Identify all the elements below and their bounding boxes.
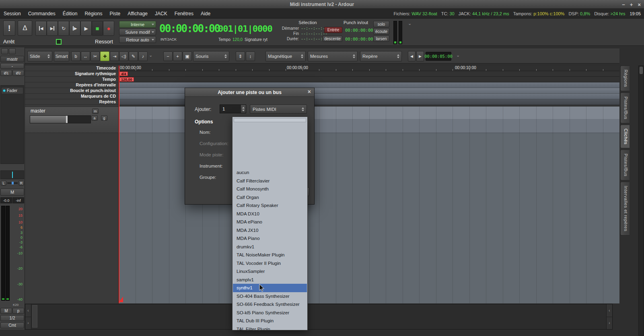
expand-tracks-button[interactable]: ⇕ <box>236 51 245 61</box>
record-button[interactable]: ● <box>103 21 114 36</box>
audition-tool-button[interactable]: ◁) <box>119 51 128 61</box>
right-tab[interactable]: Intervalles et repères <box>620 182 630 236</box>
dialog-close-icon[interactable]: × <box>308 88 311 95</box>
chevron-down-icon[interactable]: ⌄ <box>149 53 152 58</box>
processor-box[interactable]: Fader <box>0 85 24 164</box>
menu-item[interactable]: Piste <box>106 11 124 16</box>
stop-button[interactable]: ■ <box>92 21 103 36</box>
metronome-button[interactable]: Δ <box>18 20 32 36</box>
instrument-menu-item[interactable]: synthv1 <box>233 284 307 292</box>
signature-marker[interactable]: 4/4 <box>119 72 128 76</box>
instrument-menu-item[interactable]: LinuxSampler <box>233 267 307 276</box>
menu-item[interactable]: Édition <box>59 11 81 16</box>
zoom-out-button[interactable]: − <box>163 51 173 61</box>
instrument-menu-item[interactable]: Calf Monosynth <box>233 185 307 193</box>
instrument-menu-item[interactable]: SO-404 Bass Synthesizer <box>233 292 307 301</box>
spring-indicator[interactable] <box>56 39 62 45</box>
fader-processor[interactable]: Fader <box>2 88 23 94</box>
timecode-ruler[interactable]: 00:00:00:00 00:00:05:00 00:00:10:00 <box>119 66 619 71</box>
instrument-menu-item[interactable]: Calf Filterclavier <box>233 177 307 185</box>
comment-button[interactable]: Cmt <box>0 322 24 328</box>
instrument-menu-item[interactable]: MDA JX10 <box>233 226 307 235</box>
maximize-icon[interactable]: + <box>630 2 633 8</box>
master-track-header[interactable]: master m a g <box>25 107 119 133</box>
strip-peak-button[interactable]: p <box>12 308 24 314</box>
ruler-label[interactable]: Tempo <box>25 77 118 82</box>
zoom-focus-select[interactable]: Souris <box>193 51 229 61</box>
menu-item[interactable]: JACK <box>151 11 171 16</box>
peak-display[interactable]: -inf <box>12 197 24 203</box>
instrument-menu-item[interactable]: Calf Organ <box>233 193 307 202</box>
snap-mode-select[interactable]: Magnétique <box>265 51 306 61</box>
menu-item[interactable]: Aide <box>197 11 214 16</box>
play-button[interactable]: ▶ <box>80 21 92 36</box>
instrument-menu-item[interactable]: SO-666 Feedback Synthesizer <box>233 300 307 309</box>
note-edit-tool-button[interactable]: ♪ <box>138 51 148 61</box>
vertical-scrollbar[interactable] <box>638 66 644 336</box>
menu-item[interactable]: Commandes <box>25 11 59 16</box>
strip-group-button[interactable]: - <box>0 63 24 69</box>
auto-return-button[interactable]: Retour auto <box>119 36 156 43</box>
right-tab[interactable]: Pistes/Bus <box>620 92 630 123</box>
menu-item[interactable]: Régions <box>81 11 106 16</box>
signature-ruler[interactable]: 4/4 <box>119 71 619 77</box>
chevron-down-icon[interactable]: ⌄ <box>456 53 460 58</box>
monitor-button[interactable]: solo <box>373 21 389 27</box>
zoom-in-button[interactable]: + <box>173 51 182 61</box>
summary-scroll-left-button[interactable]: ‹ <box>25 304 31 317</box>
instrument-menu-item[interactable]: TAL NoiseMaker Plugin <box>233 251 307 259</box>
right-tab[interactable]: Pistes/Bus <box>620 150 630 180</box>
instrument-menu-item[interactable]: MDA ePiano <box>233 218 307 226</box>
zoom-tool-button[interactable]: ✚ <box>100 51 109 61</box>
instrument-menu-item[interactable]: drumkv1 <box>233 243 307 251</box>
channel-select-button[interactable]: 1/2 <box>0 315 24 321</box>
strip-mini-button-left[interactable] <box>1 48 8 54</box>
primary-clock[interactable]: 00:00:00:00 <box>159 20 216 37</box>
follow-edits-button[interactable]: Suivre modif <box>119 29 156 35</box>
track-count-spinner[interactable]: 1 <box>220 104 246 113</box>
loop-button[interactable]: ↻ <box>58 21 69 36</box>
right-tab[interactable]: Clichés <box>620 125 630 149</box>
ruler-label[interactable]: Repères <box>25 99 118 105</box>
instrument-menu-item[interactable]: TAL Dub III Plugin <box>233 317 307 325</box>
pan-slider[interactable] <box>7 182 18 184</box>
strip-name-button[interactable]: mastr <box>0 56 24 62</box>
strip-mute-button[interactable]: M <box>0 188 24 196</box>
instrument-menu-item[interactable]: MDA Piano <box>233 234 307 243</box>
phase-invert-2-button[interactable]: Ø2 <box>12 70 24 76</box>
menu-item[interactable]: Fenêtres <box>171 11 197 16</box>
summary-pane[interactable]: ‹ › ‹ › <box>25 304 613 330</box>
instrument-menu-item[interactable]: Calf Rotary Speaker <box>233 201 307 210</box>
ruler-label[interactable]: Timecode <box>25 66 118 71</box>
punch-in-clock[interactable]: 00:00:00:00 <box>345 28 373 33</box>
monitor-button[interactable]: larsen <box>373 35 389 42</box>
grid-unit-select[interactable]: Mesures <box>308 51 358 61</box>
edit-mode-select[interactable]: Slide <box>27 51 52 61</box>
summary-scroll-right-button[interactable]: › <box>607 317 612 330</box>
instrument-menu-item[interactable]: TAL Filter Plugin <box>233 325 307 331</box>
summary-view[interactable] <box>31 304 606 329</box>
minimize-icon[interactable]: − <box>622 2 625 8</box>
ruler-label[interactable]: Marqueurs de CD <box>25 94 118 99</box>
zoom-fit-button[interactable]: ▣ <box>183 51 192 61</box>
draw-tool-button[interactable]: ✎ <box>129 51 138 61</box>
menu-item[interactable]: Session <box>0 11 25 16</box>
track-g-button[interactable]: g <box>101 115 107 121</box>
play-range-button[interactable]: ▶ <box>69 21 80 36</box>
playhead[interactable] <box>119 66 119 303</box>
track-type-select[interactable]: Pistes MIDI <box>250 104 307 114</box>
pan-left-label[interactable]: L <box>1 180 6 186</box>
tempo-ruler[interactable]: 120,00 <box>119 77 619 82</box>
menu-item[interactable]: Affichage <box>124 11 151 16</box>
tempo-value[interactable]: 120,0 <box>232 37 243 42</box>
close-icon[interactable]: × <box>638 2 641 8</box>
nudge-back-button[interactable]: ◀ <box>408 51 416 61</box>
range-markers-ruler[interactable] <box>119 82 619 88</box>
secondary-clock[interactable]: 001|01|0000 <box>218 21 275 36</box>
pan-widget[interactable] <box>0 170 24 179</box>
tempo-marker[interactable]: 120,00 <box>119 77 134 82</box>
instrument-menu-item[interactable]: MDA DX10 <box>233 210 307 218</box>
grab-tool-button[interactable]: b <box>71 51 80 61</box>
ruler-label[interactable]: Repères d'intervalle <box>25 82 118 88</box>
processor-led-icon[interactable] <box>3 89 6 92</box>
